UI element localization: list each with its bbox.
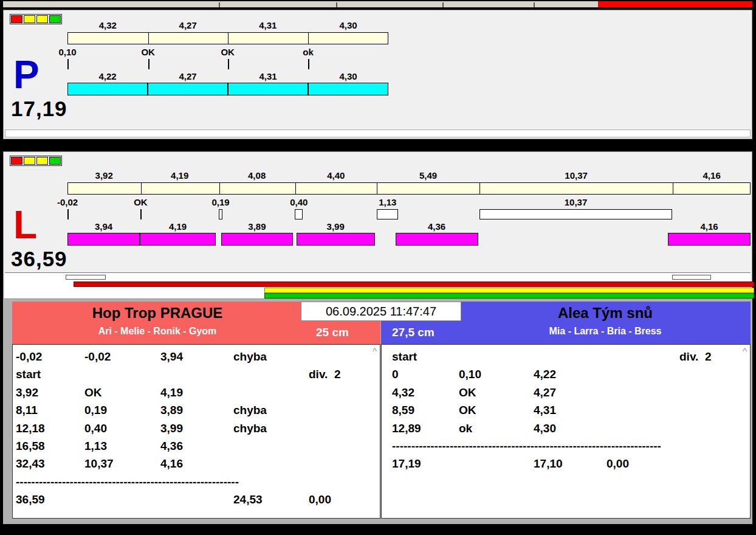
race-progress-strip xyxy=(5,272,751,298)
run-time: 4,19 xyxy=(169,221,187,232)
run-time: 4,30 xyxy=(339,71,357,81)
split-time: 10,37 xyxy=(565,170,588,181)
run-segment xyxy=(308,83,388,95)
bar-separator xyxy=(148,33,149,44)
lane-l-panel: L 3,924,194,084,405,4910,374,16 -0,02OK0… xyxy=(3,151,752,299)
result-cell: 4,30 xyxy=(534,419,556,437)
scroll-up-icon[interactable]: ^ xyxy=(373,346,377,356)
run-bar xyxy=(67,83,388,95)
result-row: 36,5924,530,00 xyxy=(13,491,380,508)
result-cell: 0,00 xyxy=(607,455,629,472)
traffic-light xyxy=(24,15,35,23)
bar-separator xyxy=(141,183,142,194)
jump-height: 25 cm xyxy=(316,326,349,339)
run-segment xyxy=(396,233,478,246)
traffic-light xyxy=(36,157,48,165)
run-time: 4,16 xyxy=(700,221,718,232)
traffic-light xyxy=(24,157,35,165)
result-cell: OK xyxy=(459,401,476,419)
mark-label: OK xyxy=(141,47,155,57)
split-time: 4,16 xyxy=(703,170,721,181)
run-segment xyxy=(148,83,228,95)
result-row: 8,59OK4,31 xyxy=(382,401,750,419)
run-segment xyxy=(228,83,308,95)
result-cell: 12,89 xyxy=(392,419,421,437)
team-members: Mia - Larra - Bria - Bress xyxy=(460,326,751,337)
result-cell: ok xyxy=(459,419,472,437)
deviation-tick xyxy=(148,59,149,69)
split-bar xyxy=(67,182,751,195)
mark-label: OK xyxy=(134,197,148,207)
split-bar xyxy=(67,32,388,44)
team-name: Hop Trop PRAGUE xyxy=(12,305,303,322)
mark-label: 1,13 xyxy=(379,197,396,207)
lane-total-time: 17,19 xyxy=(11,97,67,121)
result-cell: 4,27 xyxy=(534,384,556,401)
lane-total-time: 36,59 xyxy=(11,247,67,271)
status-indicator-red xyxy=(598,1,752,7)
run-time: 4,22 xyxy=(98,71,116,81)
split-time: 5,49 xyxy=(419,170,437,181)
team-right-results[interactable]: ^ startdiv. 200,104,224,32OK4,278,59OK4,… xyxy=(381,344,751,519)
result-row: 17,1917,100,00 xyxy=(382,455,750,472)
result-row: 12,180,403,99chyba xyxy=(13,419,380,437)
jump-height: 27,5 cm xyxy=(392,326,435,339)
run-time: 3,99 xyxy=(327,221,345,232)
team-left-results[interactable]: ^ -0,02-0,023,94chybastartdiv. 23,92OK4,… xyxy=(12,344,380,519)
result-row: 32,4310,374,16 xyxy=(13,455,380,472)
result-cell: 16,58 xyxy=(16,437,45,455)
result-cell: 12,18 xyxy=(16,419,45,437)
result-cell: chyba xyxy=(233,348,267,365)
start-lights xyxy=(10,14,62,24)
deviation-marks-row xyxy=(67,209,751,219)
bar-separator xyxy=(377,183,377,194)
result-cell: 24,53 xyxy=(233,491,263,508)
result-cell: 8,11 xyxy=(16,401,38,419)
team-members: Ari - Melie - Ronik - Gyom xyxy=(12,326,303,337)
result-cell: OK xyxy=(459,384,476,401)
deviation-tick xyxy=(228,59,229,69)
result-cell: 3,99 xyxy=(160,419,183,437)
result-cell: 3,94 xyxy=(160,348,183,365)
split-times-row: 3,924,194,084,405,4910,374,16 xyxy=(67,170,751,181)
deviation-tick xyxy=(140,209,142,219)
progress-bars xyxy=(5,273,751,298)
run-segment xyxy=(668,233,751,246)
deviation-box xyxy=(479,209,672,219)
split-time: 4,32 xyxy=(99,20,117,30)
split-time: 3,92 xyxy=(95,170,113,181)
menu-bar[interactable] xyxy=(3,1,752,9)
lane-bars: 3,924,194,084,405,4910,374,16 -0,02OK0,1… xyxy=(67,160,751,252)
lane-bars: 4,324,274,314,30 0,10OKOKok 4,224,274,31… xyxy=(67,10,388,102)
menu-separator xyxy=(219,2,220,7)
run-times-row: 4,224,274,314,30 xyxy=(67,71,388,81)
start-lights xyxy=(10,156,62,166)
lane-letter: P xyxy=(13,55,40,94)
result-cell: -0,02 xyxy=(16,348,42,365)
timing-app-window: P 4,324,274,314,30 0,10OKOKok 4,224,274,… xyxy=(0,0,756,535)
deviation-labels-row: 0,10OKOKok xyxy=(67,47,388,57)
scroll-up-icon[interactable]: ^ xyxy=(743,346,747,356)
split-time: 4,27 xyxy=(179,20,197,30)
mark-label: -0,02 xyxy=(57,197,78,207)
run-time: 4,27 xyxy=(179,71,196,81)
results-rows: -0,02-0,023,94chybastartdiv. 23,92OK4,19… xyxy=(13,348,380,518)
lane-letter: L xyxy=(13,205,37,244)
deviation-tick xyxy=(67,209,69,219)
result-cell: 0,10 xyxy=(459,365,481,383)
result-cell: 0 xyxy=(392,365,399,383)
mark-label: ok xyxy=(303,47,314,57)
run-segment xyxy=(67,233,140,246)
traffic-light xyxy=(36,15,48,23)
run-segment xyxy=(221,233,293,246)
result-cell: 10,37 xyxy=(84,455,114,472)
mark-label: OK xyxy=(221,47,235,57)
result-row: 4,32OK4,27 xyxy=(382,384,750,401)
run-bar xyxy=(67,233,751,246)
progress-bar xyxy=(264,293,754,299)
deviation-labels-row: -0,02OK0,190,401,1310,37 xyxy=(67,197,751,207)
result-cell: start xyxy=(16,365,41,383)
result-cell: div. 2 xyxy=(679,348,711,365)
result-row: startdiv. 2 xyxy=(13,365,380,383)
result-cell: 8,59 xyxy=(392,401,414,419)
